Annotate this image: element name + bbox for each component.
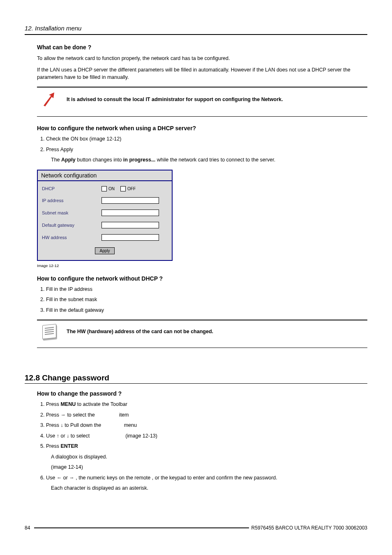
hw-address-field[interactable] xyxy=(101,234,159,241)
label-hw-address: HW address xyxy=(42,235,101,240)
step-note: (image 12-14) xyxy=(46,464,367,471)
section-rule xyxy=(25,383,367,384)
section-heading-change-password: 12.8 Change password xyxy=(25,373,367,382)
page-number: 84 xyxy=(25,525,30,531)
subnet-mask-field[interactable] xyxy=(101,210,159,216)
heading-configure-no-dhcp: How to configure the network without DHC… xyxy=(37,275,367,282)
svg-marker-0 xyxy=(44,92,54,106)
dhcp-off-checkbox[interactable]: OFF xyxy=(120,186,136,191)
paragraph: To allow the network card to function pr… xyxy=(37,55,367,62)
step: Press Apply The Apply button changes int… xyxy=(46,146,367,164)
note-icon xyxy=(39,325,60,339)
step: Press → to select the item xyxy=(46,412,367,419)
page-footer: 84 R5976455 BARCO ULTRA REALITY 7000 300… xyxy=(25,525,367,531)
step-note: The Apply button changes into in progres… xyxy=(46,157,367,164)
step-note: A dialogbox is displayed. xyxy=(46,454,367,461)
advisory-text: It is advised to consult the local IT ad… xyxy=(60,97,283,102)
heading-what-can-be-done: What can be done ? xyxy=(37,44,367,51)
default-gateway-field[interactable] xyxy=(101,222,159,228)
arrow-icon xyxy=(39,92,60,107)
note-box: The HW (hardware) address of the card ca… xyxy=(37,320,367,348)
step: Fill in the IP address xyxy=(46,286,367,293)
label-default-gateway: Default gateway xyxy=(42,223,101,228)
image-caption: Image 12-12 xyxy=(37,263,367,268)
dhcp-on-checkbox[interactable]: ON xyxy=(101,186,115,191)
step: Use ← or → , the numeric keys on the rem… xyxy=(46,474,367,492)
note-text: The HW (hardware) address of the card ca… xyxy=(60,329,213,334)
step: Check the ON box (image 12-12) xyxy=(46,136,367,143)
step-note: Each character is displayed as an asteri… xyxy=(46,485,367,492)
step: Use ↑ or ↓ to select (image 12-13) xyxy=(46,433,367,440)
network-config-dialog: Network configuration DHCP ON OFF IP add… xyxy=(37,170,173,261)
label-subnet-mask: Subnet mask xyxy=(42,210,101,215)
advisory-box: It is advised to consult the local IT ad… xyxy=(37,87,367,117)
label-dhcp: DHCP xyxy=(42,186,101,191)
heading-how-change-password: How to change the password ? xyxy=(37,390,367,397)
label-ip-address: IP address xyxy=(42,198,101,203)
paragraph: If the LAN uses a DHCP server the differ… xyxy=(37,66,367,81)
step: Fill in the subnet mask xyxy=(46,296,367,304)
header-rule xyxy=(25,34,367,35)
step: Press ENTER A dialogbox is displayed. (i… xyxy=(46,443,367,471)
step: Fill in the default gateway xyxy=(46,307,367,314)
step: Press MENU to activate the Toolbar xyxy=(46,401,367,408)
heading-configure-dhcp: How to configure the network when using … xyxy=(37,125,367,131)
footer-label: R5976455 BARCO ULTRA REALITY 7000 300620… xyxy=(251,525,367,531)
step: Press ↓ to Pull down the menu xyxy=(46,422,367,429)
dialog-title: Network configuration xyxy=(38,170,172,181)
running-head: 12. Installation menu xyxy=(25,25,367,32)
ip-address-field[interactable] xyxy=(101,197,159,204)
apply-button[interactable]: Apply xyxy=(95,247,114,254)
